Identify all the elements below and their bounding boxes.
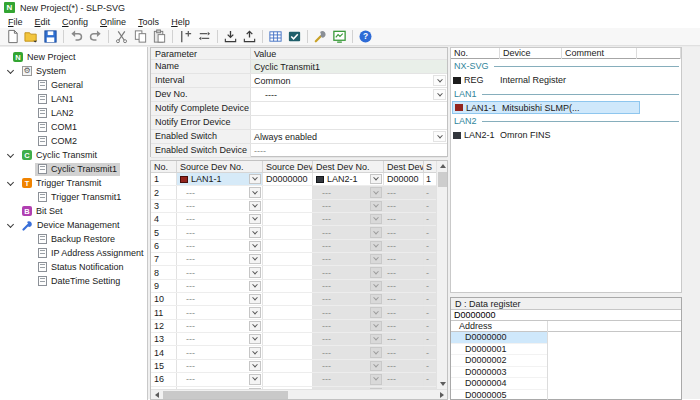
grid-cell-source-dev[interactable]: --- xyxy=(177,253,263,265)
grid-cell-source-device[interactable] xyxy=(263,373,313,385)
insert-node-icon[interactable] xyxy=(176,28,195,45)
dropdown-arrow-icon[interactable] xyxy=(249,281,261,291)
grid-row-15[interactable]: 15---------- xyxy=(151,360,447,373)
device-row-reg[interactable]: REGInternal Register xyxy=(451,73,681,87)
undo-icon[interactable] xyxy=(67,28,86,45)
tree-item-content[interactable]: Trigger Transmit1 xyxy=(35,191,124,204)
grid-cell-source-device[interactable]: D0000000 xyxy=(263,173,313,185)
menu-file[interactable]: File xyxy=(2,17,29,27)
import-device-icon[interactable] xyxy=(221,28,240,45)
grid-cell-source-device[interactable] xyxy=(263,320,313,332)
menu-help[interactable]: Help xyxy=(165,17,196,27)
grid-cell-source-device[interactable] xyxy=(263,240,313,252)
tree-item-content[interactable]: COM2 xyxy=(35,135,80,148)
dropdown-arrow-icon[interactable] xyxy=(433,131,446,142)
tree-item-cyclic-transmit1[interactable]: Cyclic Transmit1 xyxy=(0,162,147,176)
scroll-down-icon[interactable] xyxy=(437,379,448,389)
settings-wrench-icon[interactable] xyxy=(311,28,330,45)
grid-row-12[interactable]: 12---------- xyxy=(151,320,447,333)
grid-row-3[interactable]: 3---------- xyxy=(151,200,447,213)
grid-cell-source-device[interactable] xyxy=(263,280,313,292)
address-row-d0000000[interactable]: D0000000 xyxy=(451,332,547,344)
device-row-lan1-1[interactable]: LAN1-1Mitsubishi SLMP(... xyxy=(452,101,640,114)
tree-item-bit-set[interactable]: BBit Set xyxy=(0,204,147,218)
dropdown-arrow-icon[interactable] xyxy=(249,174,261,184)
dropdown-arrow-icon[interactable] xyxy=(433,89,446,100)
grid-cell-dest-dev[interactable]: LAN2-1 xyxy=(313,173,384,185)
tree-item-content[interactable]: ⚙System xyxy=(19,65,69,78)
dropdown-arrow-icon[interactable] xyxy=(249,321,261,331)
grid-cell-source-device[interactable] xyxy=(263,266,313,278)
menu-edit[interactable]: Edit xyxy=(29,17,57,27)
vscroll-thumb[interactable] xyxy=(438,172,447,187)
chevron-down-icon[interactable] xyxy=(7,150,14,157)
address-row-d0000003[interactable]: D0000003 xyxy=(451,367,547,379)
dropdown-arrow-icon[interactable] xyxy=(249,267,261,277)
tree-item-trigger-transmit[interactable]: TTrigger Transmit xyxy=(0,176,147,190)
grid-cell-source-device[interactable] xyxy=(263,333,313,345)
grid-cell-source-dev[interactable]: --- xyxy=(177,280,263,292)
grid-row-9[interactable]: 9---------- xyxy=(151,280,447,293)
tree-item-lan1[interactable]: LAN1 xyxy=(0,92,147,106)
save-icon[interactable] xyxy=(41,28,60,45)
tree-item-general[interactable]: General xyxy=(0,78,147,92)
grid-cell-source-dev[interactable]: --- xyxy=(177,306,263,318)
param-value-notify-complete-device[interactable] xyxy=(251,102,447,115)
tree-item-content[interactable]: IP Address Assignment xyxy=(35,247,146,260)
grid-row-13[interactable]: 13---------- xyxy=(151,333,447,346)
tree-item-device-management[interactable]: Device Management xyxy=(0,218,147,232)
grid-cell-source-device[interactable] xyxy=(263,213,313,225)
grid-row-1[interactable]: 1LAN1-1D0000000LAN2-1D000001 xyxy=(151,173,447,186)
dropdown-arrow-icon[interactable] xyxy=(249,334,261,344)
grid-cell-source-device[interactable] xyxy=(263,226,313,238)
tree-item-content[interactable]: LAN1 xyxy=(35,93,77,106)
tree-item-content[interactable]: Status Notification xyxy=(35,261,127,274)
chevron-down-icon[interactable] xyxy=(7,220,14,227)
menu-online[interactable]: Online xyxy=(94,17,132,27)
grid-cell-source-dev[interactable]: --- xyxy=(177,333,263,345)
verify-check-icon[interactable] xyxy=(285,28,304,45)
grid-cell-source-dev[interactable]: --- xyxy=(177,373,263,385)
param-value-name[interactable]: Cyclic Transmit1 xyxy=(251,60,447,73)
tree-item-content[interactable]: COM1 xyxy=(35,121,80,134)
dropdown-arrow-icon[interactable] xyxy=(249,294,261,304)
tree-item-cyclic-transmit[interactable]: CCyclic Transmit xyxy=(0,148,147,162)
grid-cell-source-dev[interactable]: --- xyxy=(177,293,263,305)
dropdown-arrow-icon[interactable] xyxy=(249,374,261,384)
param-value-interval[interactable]: Common xyxy=(251,74,447,87)
param-value-dev-no[interactable]: ---- xyxy=(251,88,447,101)
grid-cell-source-dev[interactable]: --- xyxy=(177,346,263,358)
param-value-notify-error-device[interactable] xyxy=(251,116,447,129)
grid-horizontal-scrollbar[interactable] xyxy=(151,389,447,399)
grid-cell-source-dev[interactable]: LAN1-1 xyxy=(177,173,263,185)
tree-item-ip-address-assignment[interactable]: IP Address Assignment xyxy=(0,246,147,260)
grid-cell-source-device[interactable] xyxy=(263,253,313,265)
scroll-left-icon[interactable] xyxy=(151,390,162,400)
grid-row-2[interactable]: 2---------- xyxy=(151,186,447,199)
table-view-icon[interactable] xyxy=(266,28,285,45)
menu-config[interactable]: Config xyxy=(56,17,94,27)
scroll-up-icon[interactable] xyxy=(437,161,448,171)
grid-row-8[interactable]: 8---------- xyxy=(151,266,447,279)
param-value-enabled-switch-device[interactable]: ---- xyxy=(251,144,447,157)
address-row-d0000002[interactable]: D0000002 xyxy=(451,355,547,367)
grid-vertical-scrollbar[interactable] xyxy=(436,161,447,389)
export-device-icon[interactable] xyxy=(240,28,259,45)
device-row-lan2-1[interactable]: LAN2-1Omron FINS xyxy=(451,128,681,142)
data-register-input[interactable] xyxy=(451,310,681,321)
chevron-down-icon[interactable] xyxy=(7,66,14,73)
tree-item-lan2[interactable]: LAN2 xyxy=(0,106,147,120)
tree-item-content[interactable]: Backup Restore xyxy=(35,233,118,246)
address-row-d0000001[interactable]: D0000001 xyxy=(451,344,547,356)
tree-item-content[interactable]: General xyxy=(35,79,86,92)
dropdown-arrow-icon[interactable] xyxy=(249,227,261,237)
cut-icon[interactable] xyxy=(112,28,131,45)
dropdown-arrow-icon[interactable] xyxy=(249,187,261,197)
address-row-d0000004[interactable]: D0000004 xyxy=(451,378,547,390)
grid-row-5[interactable]: 5---------- xyxy=(151,226,447,239)
grid-cell-source-dev[interactable]: --- xyxy=(177,240,263,252)
tree-item-content[interactable]: DateTime Setting xyxy=(35,275,123,288)
copy-icon[interactable] xyxy=(131,28,150,45)
dropdown-arrow-icon[interactable] xyxy=(433,75,446,86)
chevron-down-icon[interactable] xyxy=(7,178,14,185)
